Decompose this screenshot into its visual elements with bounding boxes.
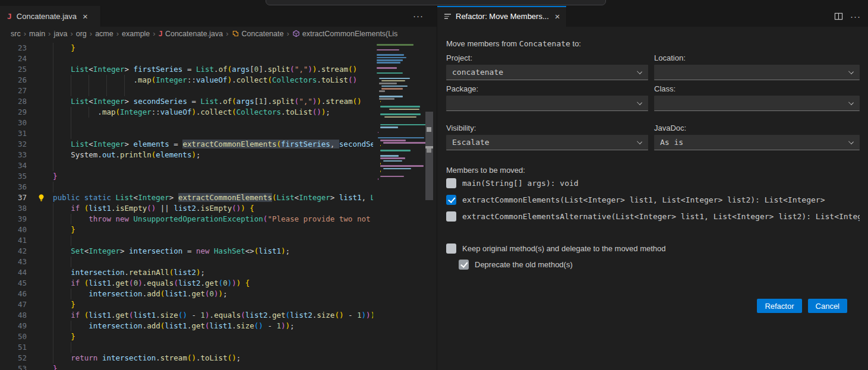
keep-original-option[interactable]: Keep original method(s) and delegate to … <box>446 241 860 257</box>
breadcrumb-separator: › <box>286 29 289 38</box>
code-line-37: public static List<Integer> extractCommo… <box>0 192 373 203</box>
members-label: Members to be moved: <box>446 166 860 175</box>
breadcrumb-separator: › <box>70 29 72 38</box>
tab-refactor-move-members[interactable]: Refactor: Move Members... × <box>437 6 567 27</box>
member-row-extractCommonElements[interactable]: extractCommonElements(List<Integer> list… <box>446 191 860 208</box>
panel-more-actions-icon[interactable]: ··· <box>850 11 861 21</box>
project-select[interactable]: concatenate <box>446 65 648 80</box>
breadcrumb-separator: › <box>153 29 155 38</box>
code-line-25: List<Integer> firstSeries = List.of(args… <box>0 64 373 75</box>
code-line-39: throw new UnsupportedOperationException(… <box>0 214 373 224</box>
refactor-button[interactable]: Refactor <box>757 299 801 313</box>
close-icon[interactable]: × <box>81 12 89 21</box>
class-select[interactable] <box>654 96 860 111</box>
breadcrumb-item-java[interactable]: java <box>53 30 67 38</box>
checkbox[interactable] <box>446 178 456 188</box>
breadcrumb-item-acme[interactable]: acme <box>95 30 113 38</box>
code-editor[interactable]: 2324252627282930313233343536373839404142… <box>0 37 437 370</box>
chevron-down-icon <box>848 139 854 144</box>
tab-concatenate-java[interactable]: J Concatenate.java × <box>0 6 101 27</box>
code-line-49: intersection.add(list1.get(list1.size() … <box>0 321 373 331</box>
package-select[interactable] <box>446 96 648 111</box>
panel-title: Move members from Concatenate to: <box>446 39 860 48</box>
code-line-28: List<Integer> secondSeries = List.of(arg… <box>0 96 373 107</box>
code-line-51 <box>0 342 373 353</box>
field-class: Class: <box>654 84 860 111</box>
code-line-50: } <box>0 331 373 342</box>
chevron-down-icon <box>637 69 642 74</box>
code-line-23: } <box>0 43 373 53</box>
code-line-44: intersection.retainAll(list2); <box>0 267 373 278</box>
chevron-down-icon <box>848 69 854 74</box>
visibility-label: Visibility: <box>446 124 648 135</box>
breadcrumb-item-concatenate[interactable]: Concatenate <box>232 30 284 38</box>
chevron-down-icon <box>637 139 642 144</box>
javadoc-label: JavaDoc: <box>654 124 860 135</box>
code-line-35: } <box>0 171 373 182</box>
code-line-38: if (list1.isEmpty() || list2.isEmpty()) … <box>0 203 373 214</box>
member-row-main[interactable]: main(String[] args): void <box>446 175 860 191</box>
code-line-27 <box>0 86 373 96</box>
breadcrumb-item-extractcommonelements-lis[interactable]: extractCommonElements(Lis <box>292 30 397 38</box>
breadcrumb-item-example[interactable]: example <box>122 30 150 38</box>
overview-ruler-mark <box>427 148 431 153</box>
checkbox[interactable] <box>446 243 456 254</box>
tab-label: Refactor: Move Members... <box>456 12 549 21</box>
code-line-46: intersection.add(list1.get(0)); <box>0 289 373 299</box>
breadcrumb-item-main[interactable]: main <box>29 30 45 38</box>
chevron-down-icon <box>848 100 854 105</box>
code-line-41 <box>0 235 373 246</box>
cancel-button[interactable]: Cancel <box>808 299 847 313</box>
titlebar <box>0 0 868 6</box>
code-line-34 <box>0 160 373 171</box>
code-line-31 <box>0 128 373 139</box>
deprecate-old-option[interactable]: Deprecate the old method(s) <box>459 257 860 273</box>
breadcrumb-separator: › <box>116 29 119 38</box>
code-line-48: if (list1.get(list1.size() - 1).equals(l… <box>0 310 373 321</box>
project-label: Project: <box>446 53 648 65</box>
lightbulb-icon[interactable] <box>37 194 46 203</box>
editor-tabbar: J Concatenate.java × ··· <box>0 6 437 27</box>
code-line-32: List<Integer> elements = extractCommonEl… <box>0 139 373 150</box>
checkbox[interactable] <box>446 195 456 205</box>
command-center-searchbox[interactable] <box>266 0 606 5</box>
field-package: Package: <box>446 84 648 111</box>
field-location: Location: <box>654 53 860 80</box>
editor-more-actions-icon[interactable]: ··· <box>413 11 424 21</box>
code-line-43 <box>0 257 373 267</box>
field-project: Project: concatenate <box>446 53 648 80</box>
breadcrumb-item-concatenate-java[interactable]: JConcatenate.java <box>159 30 223 38</box>
breadcrumb-item-src[interactable]: src <box>11 30 21 38</box>
refactor-panel: Refactor: Move Members... × ··· Move mem… <box>437 6 868 370</box>
editor-group: J Concatenate.java × ··· src›main›java›o… <box>0 6 437 370</box>
vertical-scrollbar[interactable] <box>425 37 433 370</box>
chevron-down-icon <box>637 100 642 105</box>
code-line-47: } <box>0 299 373 310</box>
class-label: Class: <box>654 84 860 96</box>
breadcrumb-separator: › <box>226 29 228 38</box>
code-line-52: return intersection.stream().toList(); <box>0 353 373 363</box>
breadcrumb-separator: › <box>48 29 50 38</box>
checkbox[interactable] <box>446 211 456 222</box>
code-lines: } List<Integer> firstSeries = List.of(ar… <box>0 37 373 370</box>
field-javadoc: JavaDoc: As is <box>654 124 860 150</box>
refactor-form: Move members from Concatenate to: Projec… <box>437 27 868 370</box>
checkbox[interactable] <box>459 260 469 270</box>
package-label: Package: <box>446 84 648 96</box>
code-line-36 <box>0 182 373 192</box>
minimap[interactable] <box>373 37 425 370</box>
scrollbar-thumb[interactable] <box>425 112 433 200</box>
breadcrumb-item-org[interactable]: org <box>76 30 87 38</box>
location-select[interactable] <box>654 65 860 80</box>
member-row-extractCommonElementsAlternative[interactable]: extractCommonElementsAlternative(List<In… <box>446 208 860 224</box>
close-icon[interactable]: × <box>554 12 561 21</box>
breadcrumb-separator: › <box>24 29 26 38</box>
code-line-45: if (list1.get(0).equals(list2.get(0))) { <box>0 278 373 289</box>
split-editor-icon[interactable] <box>834 12 843 21</box>
visibility-select[interactable]: Escalate <box>446 135 648 150</box>
javadoc-select[interactable]: As is <box>654 135 860 150</box>
code-line-33: System.out.println(elements); <box>0 150 373 160</box>
code-line-29: .map(Integer::valueOf).collect(Collector… <box>0 107 373 118</box>
code-line-30 <box>0 118 373 128</box>
overview-ruler-mark <box>427 127 431 132</box>
